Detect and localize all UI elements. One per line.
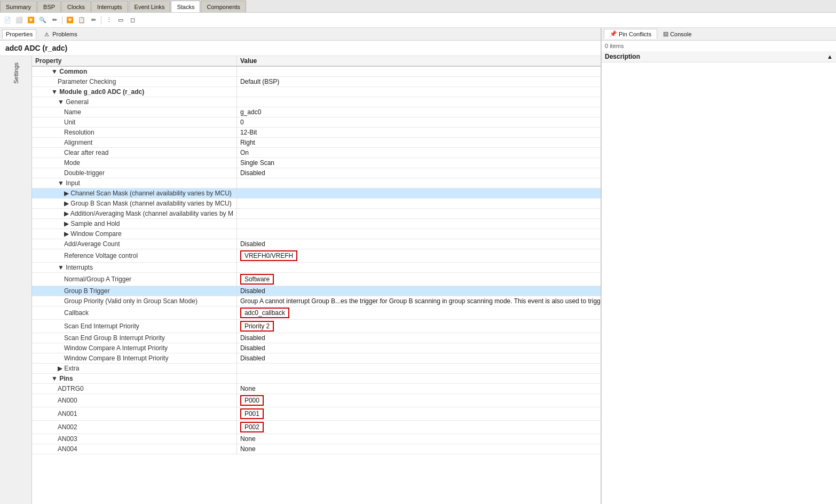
value-cell[interactable]: Default (BSP)	[236, 77, 601, 87]
tab-clocks[interactable]: Clocks	[61, 1, 91, 12]
value-cell[interactable]: adc0_callback	[236, 306, 601, 320]
value-cell[interactable]	[236, 188, 601, 199]
table-row[interactable]: Scan End Group B Interrupt PriorityDisab…	[32, 333, 601, 343]
tab-bsp[interactable]: BSP	[37, 1, 61, 12]
value-cell[interactable]	[236, 97, 601, 107]
value-cell[interactable]: None	[236, 434, 601, 444]
highlighted-value[interactable]: Priority 2	[240, 321, 274, 332]
highlighted-value[interactable]: Software	[240, 274, 274, 285]
value-cell[interactable]: Single Scan	[236, 158, 601, 168]
value-cell[interactable]: g_adc0	[236, 107, 601, 117]
tab-interrupts[interactable]: Interrupts	[91, 1, 128, 12]
table-row[interactable]: AN000P000	[32, 394, 601, 407]
value-cell[interactable]	[236, 87, 601, 97]
filter-button[interactable]: 🔽	[26, 15, 36, 26]
value-cell[interactable]: On	[236, 148, 601, 158]
table-row[interactable]: ▶ Channel Scan Mask (channel availabilit…	[32, 188, 601, 199]
table-row[interactable]: Reference Voltage controlVREFH0/VREFH	[32, 249, 601, 263]
value-cell[interactable]: Disabled	[236, 168, 601, 178]
table-row[interactable]: ▶ Extra	[32, 364, 601, 374]
table-row[interactable]: AN002P002	[32, 421, 601, 434]
value-cell[interactable]: Group A cannot interrupt Group B...es th…	[236, 296, 601, 306]
filter2-button[interactable]: 🔽	[65, 15, 75, 26]
value-cell[interactable]: Disabled	[236, 286, 601, 296]
table-row[interactable]: ▶ Window Compare	[32, 229, 601, 239]
value-cell[interactable]: Priority 2	[236, 320, 601, 333]
value-cell[interactable]	[236, 66, 601, 77]
highlighted-value[interactable]: adc0_callback	[240, 308, 289, 318]
table-row[interactable]: Normal/Group A TriggerSoftware	[32, 273, 601, 286]
sort-icon[interactable]: ▲	[827, 53, 833, 60]
tab-stacks[interactable]: Stacks	[171, 1, 200, 12]
table-row[interactable]: ▼ Pins	[32, 374, 601, 384]
table-row[interactable]: AN003None	[32, 434, 601, 444]
table-row[interactable]: Nameg_adc0	[32, 107, 601, 117]
table-row[interactable]: ▼ Module g_adc0 ADC (r_adc)	[32, 87, 601, 97]
table-row[interactable]: ADTRG0None	[32, 384, 601, 394]
new-file-button[interactable]: 📄	[2, 15, 13, 26]
table-row[interactable]: AlignmentRight	[32, 138, 601, 148]
value-cell[interactable]	[236, 219, 601, 229]
table-row[interactable]: Group Priority (Valid only in Group Scan…	[32, 296, 601, 306]
highlighted-value[interactable]: VREFH0/VREFH	[240, 250, 297, 261]
value-cell[interactable]: None	[236, 444, 601, 454]
properties-table-container[interactable]: Property Value ▼ CommonParameter Checkin…	[32, 56, 601, 504]
table-row[interactable]: Clear after readOn	[32, 148, 601, 158]
value-cell[interactable]: P002	[236, 421, 601, 434]
table-row[interactable]: ▼ Common	[32, 66, 601, 77]
table-row[interactable]: ▼ Input	[32, 178, 601, 188]
tab-properties[interactable]: Properties	[2, 29, 36, 39]
highlighted-value[interactable]: P000	[240, 395, 264, 406]
table-row[interactable]: ▶ Sample and Hold	[32, 219, 601, 229]
table-row[interactable]: ▼ General	[32, 97, 601, 107]
search-button[interactable]: 🔍	[37, 15, 48, 26]
value-cell[interactable]	[236, 263, 601, 273]
value-cell[interactable]: 0	[236, 117, 601, 128]
value-cell[interactable]: Software	[236, 273, 601, 286]
table-row[interactable]: AN001P001	[32, 407, 601, 421]
table-row[interactable]: Group B TriggerDisabled	[32, 286, 601, 296]
tab-problems[interactable]: ⚠ Problems	[41, 29, 81, 39]
value-cell[interactable]: None	[236, 384, 601, 394]
table-row[interactable]: Window Compare B Interrupt PriorityDisab…	[32, 353, 601, 364]
value-cell[interactable]	[236, 364, 601, 374]
table-row[interactable]: Window Compare A Interrupt PriorityDisab…	[32, 343, 601, 353]
value-cell[interactable]	[236, 209, 601, 219]
table-row[interactable]: ▶ Addition/Averaging Mask (channel avail…	[32, 209, 601, 219]
table-row[interactable]: ModeSingle Scan	[32, 158, 601, 168]
table-row[interactable]: ▼ Interrupts	[32, 263, 601, 273]
highlighted-value[interactable]: P002	[240, 422, 264, 432]
table-row[interactable]: AN004None	[32, 444, 601, 454]
value-cell[interactable]: Disabled	[236, 353, 601, 364]
more-button[interactable]: ⋮	[104, 15, 114, 26]
value-cell[interactable]: P000	[236, 394, 601, 407]
table-row[interactable]: Unit0	[32, 117, 601, 128]
table-row[interactable]: ▶ Group B Scan Mask (channel availabilit…	[32, 199, 601, 209]
tab-pin-conflicts[interactable]: 📌 Pin Conflicts	[604, 29, 657, 39]
save-button[interactable]: ⬜	[14, 15, 25, 26]
table-row[interactable]: Parameter CheckingDefault (BSP)	[32, 77, 601, 87]
maximize-button[interactable]: ◻	[127, 15, 138, 26]
copy-button[interactable]: 📋	[76, 15, 87, 26]
value-cell[interactable]: Right	[236, 138, 601, 148]
value-cell[interactable]	[236, 199, 601, 209]
value-cell[interactable]	[236, 229, 601, 239]
value-cell[interactable]: Disabled	[236, 333, 601, 343]
value-cell[interactable]: Disabled	[236, 239, 601, 249]
tab-console[interactable]: ▤ Console	[657, 29, 697, 39]
edit2-button[interactable]: ✏	[88, 15, 99, 26]
table-row[interactable]: Callbackadc0_callback	[32, 306, 601, 320]
table-row[interactable]: Add/Average CountDisabled	[32, 239, 601, 249]
value-cell[interactable]: Disabled	[236, 343, 601, 353]
value-cell[interactable]	[236, 178, 601, 188]
value-cell[interactable]: VREFH0/VREFH	[236, 249, 601, 263]
tab-components[interactable]: Components	[201, 1, 246, 12]
value-cell[interactable]: 12-Bit	[236, 128, 601, 138]
value-cell[interactable]	[236, 374, 601, 384]
table-row[interactable]: Double-triggerDisabled	[32, 168, 601, 178]
tab-event-links[interactable]: Event Links	[129, 1, 171, 12]
window-button[interactable]: ▭	[115, 15, 126, 26]
highlighted-value[interactable]: P001	[240, 408, 264, 419]
edit-button[interactable]: ✏	[49, 15, 60, 26]
table-row[interactable]: Scan End Interrupt PriorityPriority 2	[32, 320, 601, 333]
